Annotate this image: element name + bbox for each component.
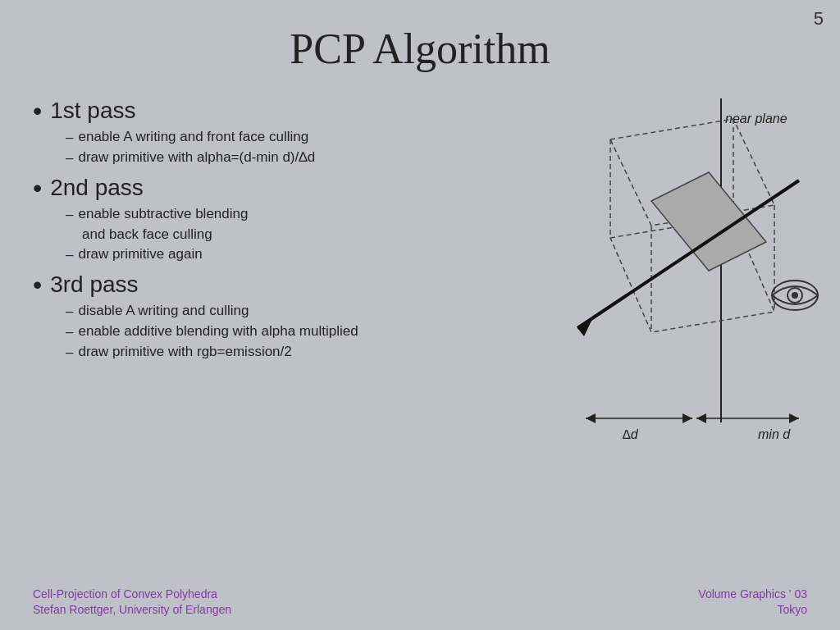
sub-item-2-cont: and back face culling — [82, 226, 459, 243]
bullet-1st-pass: • 1st pass — [33, 98, 459, 124]
delta-d-arrow-left — [586, 413, 596, 423]
slide: 5 PCP Algorithm • 1st pass – enable A wr… — [0, 0, 840, 630]
footer-left-line1: Cell-Projection of Convex Polyhedra — [33, 587, 231, 603]
sub-item-2-2: – draw primitive again — [66, 246, 459, 263]
min-d-label: min d — [758, 427, 791, 441]
bullet-2nd-pass: • 2nd pass — [33, 175, 459, 201]
dash-2-2: – — [66, 247, 73, 263]
dash-3-3: – — [66, 345, 73, 361]
sub-item-1-1: – enable A writing and front face cullin… — [66, 129, 459, 146]
bullet-dot-1: • — [33, 98, 42, 124]
footer-right-line1: Volume Graphics ' 03 — [698, 587, 807, 603]
min-d-arrow-left — [696, 413, 706, 423]
sub-text-2-1: enable subtractive blending — [78, 206, 248, 222]
delta-d-arrow-right — [682, 413, 692, 423]
footer: Cell-Projection of Convex Polyhedra Stef… — [33, 587, 807, 619]
bullet-dot-2: • — [33, 175, 42, 201]
slide-number: 5 — [814, 8, 824, 30]
content-area: • 1st pass – enable A writing and front … — [33, 89, 459, 364]
diagram-svg: near plane — [479, 74, 824, 468]
footer-left: Cell-Projection of Convex Polyhedra Stef… — [33, 587, 231, 619]
dash-3-1: – — [66, 304, 73, 320]
sub-text-1-1: enable A writing and front face culling — [78, 129, 308, 145]
min-d-arrow-right — [789, 413, 799, 423]
dash-2-1: – — [66, 207, 73, 223]
delta-d-label: ∆d — [623, 427, 639, 441]
bullet-dot-3: • — [33, 272, 42, 298]
sub-item-1-2: – draw primitive with alpha=(d-min d)/∆d — [66, 149, 459, 167]
bullet-3rd-label: 3rd pass — [50, 272, 138, 298]
sub-item-3-2: – enable additive blending with alpha mu… — [66, 323, 459, 340]
bullet-3rd-pass: • 3rd pass — [33, 272, 459, 298]
sub-item-3-1: – disable A writing and culling — [66, 303, 459, 320]
front-face-polygon — [651, 172, 766, 271]
sub-text-1-2: draw primitive with alpha=(d-min d)/∆d — [78, 149, 315, 166]
slide-title: PCP Algorithm — [33, 25, 807, 73]
sub-item-3-3: – draw primitive with rgb=emission/2 — [66, 344, 459, 361]
footer-left-line2: Stefan Roettger, University of Erlangen — [33, 602, 231, 619]
near-plane-label: near plane — [725, 112, 788, 126]
bullet-2nd-label: 2nd pass — [50, 175, 144, 201]
dash-1-2: – — [66, 150, 73, 167]
dash-3-2: – — [66, 324, 73, 340]
footer-right-line2: Tokyo — [698, 602, 807, 619]
footer-right: Volume Graphics ' 03 Tokyo — [698, 587, 807, 619]
dash-1-1: – — [66, 130, 73, 146]
sub-text-2-2: draw primitive again — [78, 246, 202, 262]
diagram-area: near plane — [479, 74, 824, 468]
eye-pupil-inner — [792, 292, 798, 299]
bullet-1st-label: 1st pass — [50, 98, 135, 124]
sub-text-3-1: disable A writing and culling — [78, 303, 249, 319]
sub-item-2-1: – enable subtractive blending — [66, 206, 459, 223]
sub-text-3-3: draw primitive with rgb=emission/2 — [78, 344, 291, 360]
sub-text-3-2: enable additive blending with alpha mult… — [78, 323, 358, 340]
